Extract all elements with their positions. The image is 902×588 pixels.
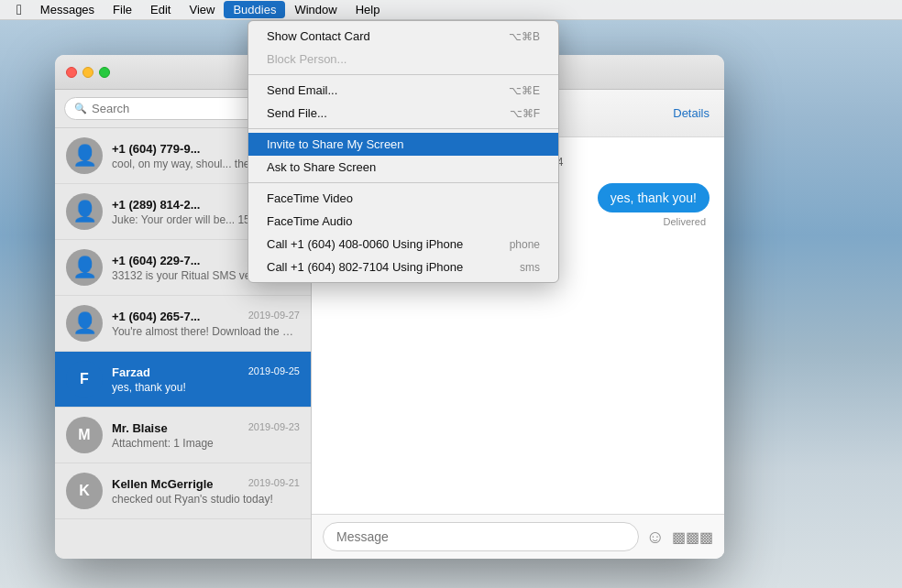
avatar-initial: M <box>78 427 90 443</box>
conv-info: Mr. Blaise 2019-09-23 Attachment: 1 Imag… <box>112 421 300 450</box>
conv-name: +1 (604) 265-7... <box>112 310 200 323</box>
menu-item-facetime-audio[interactable]: FaceTime Audio <box>248 210 558 233</box>
conv-time: 2019-09-27 <box>248 310 300 323</box>
conv-preview: checked out Ryan's studio today! <box>112 493 300 506</box>
apple-menu[interactable]:  <box>7 0 31 20</box>
conv-name: Mr. Blaise <box>112 421 168 435</box>
avatar: 👤 <box>66 305 103 342</box>
avatar-kellen: K <box>66 473 103 509</box>
conv-info: +1 (604) 265-7... 2019-09-27 You're almo… <box>112 310 300 338</box>
menu-item-label: Ask to Share Screen <box>267 160 376 174</box>
menu-item-label: Call +1 (604) 802-7104 Using iPhone <box>267 260 463 274</box>
menu-item-phone-type: phone <box>510 238 540 251</box>
conv-time: 2019-09-21 <box>248 477 300 491</box>
conv-time: 2019-09-23 <box>248 421 300 435</box>
emoji-icon[interactable]: ☺ <box>646 527 665 548</box>
avatar: 👤 <box>66 193 103 230</box>
menubar-view[interactable]: View <box>180 1 224 18</box>
menu-item-send-file[interactable]: Send File... ⌥⌘F <box>248 102 558 125</box>
conv-info: Kellen McGerrigle 2019-09-21 checked out… <box>112 477 300 506</box>
conv-header: Mr. Blaise 2019-09-23 <box>112 421 300 435</box>
close-button[interactable] <box>66 67 77 78</box>
menu-item-shortcut: ⌥⌘F <box>510 107 540 120</box>
menu-item-facetime-video[interactable]: FaceTime Video <box>248 187 558 210</box>
menu-item-block-person[interactable]: Block Person... <box>248 48 558 71</box>
menubar-window[interactable]: Window <box>285 1 346 18</box>
menu-item-label: FaceTime Audio <box>267 214 352 228</box>
menu-separator <box>248 128 558 129</box>
conv-name: Farzad <box>112 365 150 379</box>
buddies-dropdown-menu: Show Contact Card ⌥⌘B Block Person... Se… <box>248 20 559 283</box>
conversation-item[interactable]: K Kellen McGerrigle 2019-09-21 checked o… <box>55 463 311 519</box>
conv-preview: Attachment: 1 Image <box>112 437 300 450</box>
avatar-initial: K <box>79 483 90 499</box>
avatar: 👤 <box>66 249 103 286</box>
menu-item-label: Send File... <box>267 106 327 120</box>
menu-item-phone-type: sms <box>520 261 540 274</box>
menu-item-shortcut: ⌥⌘E <box>509 84 540 97</box>
conv-header: Kellen McGerrigle 2019-09-21 <box>112 477 300 491</box>
minimize-button[interactable] <box>82 67 94 78</box>
menu-item-label: Show Contact Card <box>267 29 370 43</box>
conversation-item-farzad[interactable]: F Farzad 2019-09-25 yes, thank you! <box>55 352 311 408</box>
menu-item-label: Call +1 (604) 408-0060 Using iPhone <box>267 237 463 251</box>
menu-item-show-contact-card[interactable]: Show Contact Card ⌥⌘B <box>248 25 558 48</box>
avatar-initial: F <box>80 371 89 387</box>
menubar-buddies[interactable]: Buddies <box>224 1 285 18</box>
menubar-help[interactable]: Help <box>346 1 390 18</box>
menu-separator <box>248 74 558 75</box>
conversation-item[interactable]: 👤 +1 (604) 265-7... 2019-09-27 You're al… <box>55 296 311 352</box>
conversation-item[interactable]: M Mr. Blaise 2019-09-23 Attachment: 1 Im… <box>55 408 311 463</box>
menu-item-label: Send Email... <box>267 83 337 97</box>
conv-name: +1 (604) 229-7... <box>112 254 200 267</box>
menu-separator <box>248 182 558 183</box>
menu-item-call-408[interactable]: Call +1 (604) 408-0060 Using iPhone phon… <box>248 233 558 256</box>
conv-info: Farzad 2019-09-25 yes, thank you! <box>112 365 300 394</box>
menu-item-ask-share[interactable]: Ask to Share Screen <box>248 156 558 179</box>
avatar-mr-blaise: M <box>66 417 103 453</box>
conv-header: Farzad 2019-09-25 <box>112 365 300 379</box>
avatar: 👤 <box>66 137 103 174</box>
menu-item-invite-share[interactable]: Invite to Share My Screen <box>248 133 558 156</box>
menubar-edit[interactable]: Edit <box>141 1 180 18</box>
person-icon: 👤 <box>72 200 97 223</box>
menu-item-call-802[interactable]: Call +1 (604) 802-7104 Using iPhone sms <box>248 256 558 278</box>
avatar-farzad: F <box>66 361 103 397</box>
conv-header: +1 (604) 265-7... 2019-09-27 <box>112 310 300 323</box>
menu-item-label: FaceTime Video <box>267 191 353 205</box>
menu-item-send-email[interactable]: Send Email... ⌥⌘E <box>248 79 558 102</box>
conv-preview: You're almost there! Download the Ritual… <box>112 325 300 338</box>
conv-name: +1 (289) 814-2... <box>112 198 200 212</box>
conv-preview: yes, thank you! <box>112 381 300 394</box>
message-input[interactable] <box>323 522 639 551</box>
menubar-file[interactable]: File <box>104 1 141 18</box>
maximize-button[interactable] <box>99 67 110 78</box>
menubar-messages[interactable]: Messages <box>31 1 104 18</box>
menu-item-shortcut: ⌥⌘B <box>509 30 540 43</box>
conv-time: 2019-09-25 <box>248 365 300 379</box>
menu-item-label: Invite to Share My Screen <box>267 137 404 151</box>
bubble-text: yes, thank you! <box>598 183 710 212</box>
menubar:  Messages File Edit View Buddies Window… <box>0 0 902 20</box>
details-button[interactable]: Details <box>673 106 710 120</box>
person-icon: 👤 <box>72 311 97 335</box>
conv-name: +1 (604) 779-9... <box>112 142 200 156</box>
conv-name: Kellen McGerrigle <box>112 477 214 491</box>
audio-icon[interactable]: ▩▩▩ <box>672 528 713 546</box>
person-icon: 👤 <box>72 144 97 168</box>
menu-item-label: Block Person... <box>267 52 346 66</box>
search-icon: 🔍 <box>74 103 87 114</box>
chat-input-area: ☺ ▩▩▩ <box>312 514 724 559</box>
person-icon: 👤 <box>72 256 97 279</box>
traffic-lights <box>66 67 110 78</box>
